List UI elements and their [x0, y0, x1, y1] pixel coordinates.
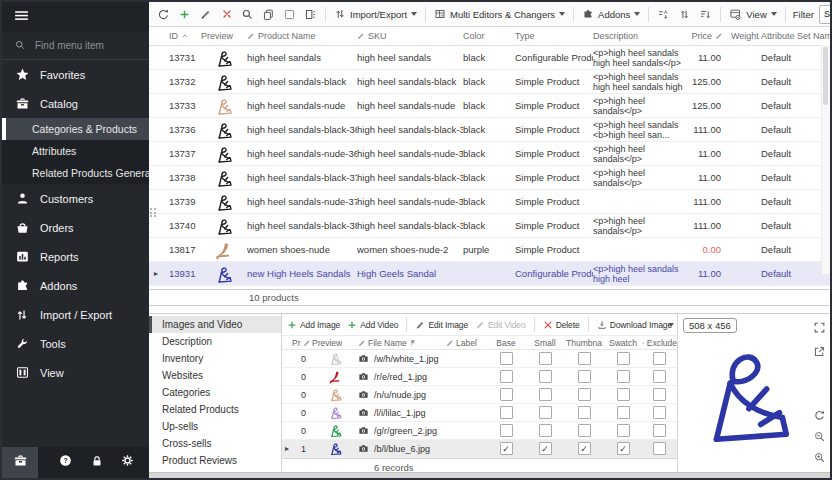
- scrollbar-thumb[interactable]: [823, 47, 828, 105]
- column-header-preview[interactable]: Preview: [312, 336, 358, 349]
- select-button[interactable]: [280, 5, 299, 23]
- column-header-description[interactable]: Description: [593, 27, 685, 45]
- tab-categories[interactable]: Categories: [149, 384, 281, 401]
- column-header-id[interactable]: ID: [163, 27, 201, 45]
- zoom-out-button[interactable]: [813, 429, 826, 447]
- column-header-type[interactable]: Type: [515, 27, 593, 45]
- column-header-exclude[interactable]: Exclude: [642, 336, 677, 349]
- sidebar-item-favorites[interactable]: Favorites: [2, 60, 149, 89]
- sidebar-item-tools[interactable]: Tools: [2, 329, 149, 358]
- column-header-price[interactable]: Price: [685, 27, 731, 45]
- column-header-color[interactable]: Color: [463, 27, 515, 45]
- open-external-button[interactable]: [813, 344, 826, 362]
- checkbox[interactable]: [617, 424, 630, 437]
- checkbox[interactable]: ✓: [500, 442, 513, 455]
- checkbox[interactable]: [653, 442, 666, 455]
- image-row[interactable]: ▸1/b/l/blue_6.jpg✓✓✓✓: [282, 440, 677, 458]
- sidebar-item-related-products-generator[interactable]: Related Products Generator: [2, 162, 149, 184]
- product-row[interactable]: 13740high heel sandals-black-38high heel…: [149, 214, 830, 238]
- checkbox[interactable]: [539, 352, 552, 365]
- product-row[interactable]: 13817women shoes-nudewomen shoes-nude-2p…: [149, 238, 830, 262]
- checkbox[interactable]: ✓: [617, 442, 630, 455]
- checkbox[interactable]: [617, 388, 630, 401]
- tab-up-sells[interactable]: Up-sells: [149, 418, 281, 435]
- addons-menu[interactable]: Addons: [579, 5, 643, 23]
- copy-button[interactable]: [259, 5, 278, 23]
- product-row[interactable]: 13733high heel sandals-nudehigh heel san…: [149, 94, 830, 118]
- product-row[interactable]: 13739high heel sandals-nude-37high heel …: [149, 190, 830, 214]
- import-export-menu[interactable]: Import/Export: [331, 5, 420, 23]
- search-products-button[interactable]: [238, 5, 257, 23]
- multi-editors-menu[interactable]: Multi Editors & Changers: [431, 5, 568, 23]
- column-header-small[interactable]: Small: [526, 336, 564, 349]
- delete-image-button[interactable]: Delete: [541, 320, 582, 330]
- image-row[interactable]: 0/r/e/red_1.jpg: [282, 368, 677, 386]
- help-button[interactable]: ?: [50, 453, 81, 472]
- edit-video-button[interactable]: Edit Video: [473, 320, 528, 330]
- checkbox[interactable]: [578, 406, 591, 419]
- sidebar-item-categories-products[interactable]: Categories & Products: [2, 118, 149, 140]
- tab-inventory[interactable]: Inventory: [149, 350, 281, 367]
- checkbox[interactable]: [578, 424, 591, 437]
- menu-search[interactable]: [2, 32, 149, 60]
- checkbox[interactable]: [500, 406, 513, 419]
- checkbox[interactable]: [539, 406, 552, 419]
- column-header-thumbna[interactable]: Thumbna: [564, 336, 604, 349]
- column-header-base[interactable]: Base: [486, 336, 526, 349]
- column-header-label[interactable]: Label: [446, 336, 486, 349]
- checkbox[interactable]: [539, 370, 552, 383]
- checkbox[interactable]: [617, 406, 630, 419]
- checkbox[interactable]: [617, 370, 630, 383]
- tab-description[interactable]: Description: [149, 333, 281, 350]
- sort-amount-button[interactable]: [696, 5, 715, 23]
- column-header-pr[interactable]: Pr: [292, 336, 312, 349]
- sidebar-item-import-export[interactable]: Import / Export: [2, 300, 149, 329]
- checkbox[interactable]: ✓: [578, 442, 591, 455]
- product-row[interactable]: 13738high heel sandals-black-37high heel…: [149, 166, 830, 190]
- edit-image-button[interactable]: Edit Image: [413, 320, 470, 330]
- lock-button[interactable]: [81, 454, 112, 472]
- checkbox[interactable]: [578, 388, 591, 401]
- checkbox[interactable]: [653, 352, 666, 365]
- checkbox[interactable]: [653, 424, 666, 437]
- product-row[interactable]: 13736high heel sandals-black-36high heel…: [149, 118, 830, 142]
- sidebar-item-catalog[interactable]: Catalog: [2, 89, 149, 118]
- sidebar-item-view[interactable]: View: [2, 358, 149, 387]
- sort-az-button[interactable]: A: [654, 5, 673, 23]
- column-header-preview[interactable]: Preview: [201, 27, 247, 45]
- column-header-product-name[interactable]: Product Name: [247, 27, 357, 45]
- column-header-file-name[interactable]: File Name: [358, 336, 446, 349]
- add-product-button[interactable]: [175, 5, 194, 23]
- settings-button[interactable]: [112, 453, 143, 472]
- image-row[interactable]: 0/l/i/lilac_1.jpg: [282, 404, 677, 422]
- checkbox[interactable]: [500, 388, 513, 401]
- checkbox[interactable]: [500, 352, 513, 365]
- tab-product-reviews[interactable]: Product Reviews: [149, 452, 281, 469]
- view-menu[interactable]: View: [726, 5, 779, 23]
- products-scrollbar[interactable]: [821, 45, 830, 274]
- checkbox[interactable]: [539, 388, 552, 401]
- checkbox[interactable]: [500, 370, 513, 383]
- checkbox[interactable]: [539, 424, 552, 437]
- checkbox[interactable]: [578, 370, 591, 383]
- checkbox[interactable]: [578, 352, 591, 365]
- image-row[interactable]: 0/w/h/white_1.jpg: [282, 350, 677, 368]
- add-image-button[interactable]: Add Image: [285, 320, 342, 330]
- sidebar-item-addons[interactable]: Addons: [2, 271, 149, 300]
- swap-order-button[interactable]: [675, 5, 694, 23]
- product-row[interactable]: 13731high heel sandalshigh heel sandalsb…: [149, 46, 830, 70]
- image-row[interactable]: 0/g/r/green_2.jpg: [282, 422, 677, 440]
- product-row[interactable]: 13737high heel sandals-nude-36high heel …: [149, 142, 830, 166]
- sidebar-item-customers[interactable]: Customers: [2, 184, 149, 213]
- menu-search-input[interactable]: [33, 39, 137, 52]
- filter-select[interactable]: Show products from selected categories: [819, 5, 830, 24]
- fullscreen-button[interactable]: [813, 320, 826, 338]
- zoom-in-button[interactable]: [813, 450, 826, 468]
- checkbox[interactable]: [653, 388, 666, 401]
- product-row[interactable]: 13732high heel sandals-blackhigh heel sa…: [149, 70, 830, 94]
- filter-flag-icon[interactable]: [409, 339, 417, 347]
- column-header-sku[interactable]: SKU: [357, 27, 463, 45]
- delete-product-button[interactable]: [217, 5, 236, 23]
- edit-product-button[interactable]: [196, 5, 215, 23]
- toolbar-overflow-chevron[interactable]: [668, 323, 674, 327]
